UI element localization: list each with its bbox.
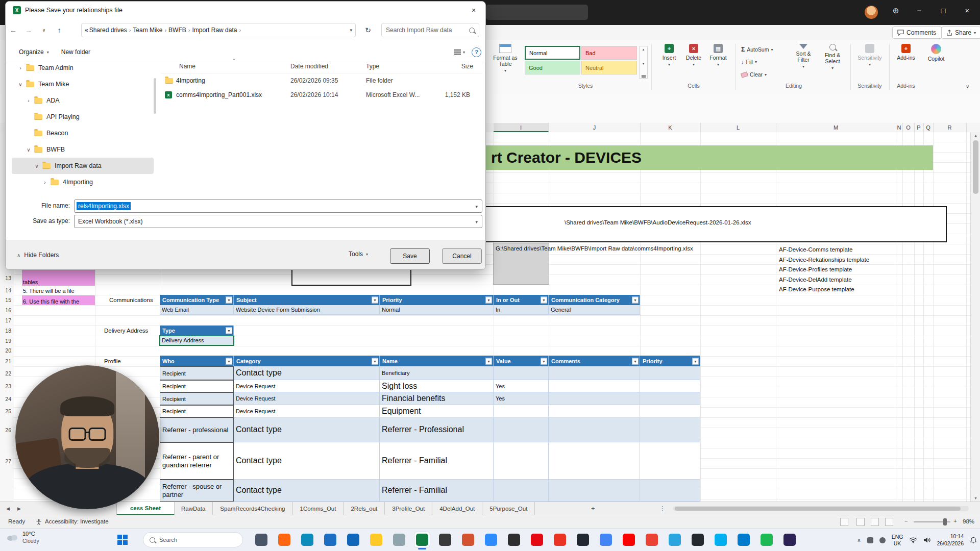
excel-search-box[interactable] (486, 5, 588, 20)
taskbar-app-icon[interactable] (391, 532, 407, 548)
collapse-ribbon-icon[interactable]: ∨ (966, 84, 969, 89)
sheet-tab-active[interactable]: cess Sheet (116, 502, 175, 515)
profile-cell[interactable]: Contact type (234, 480, 380, 502)
page-break-view-icon[interactable] (885, 518, 893, 526)
globe-icon[interactable]: ⊕ (888, 6, 903, 15)
profile-header-cell[interactable]: Name▼ (380, 356, 494, 366)
profile-cell[interactable]: Recipient (160, 405, 234, 417)
filter-icon[interactable]: ▼ (632, 358, 639, 364)
profile-cell[interactable]: Beneficiary (380, 366, 494, 380)
scrollbar-thumb[interactable] (973, 140, 978, 194)
profile-cell[interactable] (640, 417, 700, 442)
taskbar-app-icon[interactable] (621, 532, 637, 548)
taskbar-app-icon[interactable] (253, 532, 270, 548)
comms-header-cell[interactable]: Communication Category▼ (549, 295, 640, 305)
taskbar-app-icon[interactable] (322, 532, 338, 548)
sheet-tab[interactable]: 4DelAdd_Out (432, 502, 482, 515)
taskbar-app-icon[interactable] (437, 532, 453, 548)
taskbar-app-icon[interactable] (736, 532, 752, 548)
taskbar-app-icon[interactable] (460, 532, 476, 548)
bordered-cell[interactable] (291, 269, 411, 286)
filter-icon[interactable]: ▼ (226, 358, 232, 364)
organize-button[interactable]: Organize ▾ (13, 48, 55, 56)
profile-cell[interactable]: Equipment (380, 405, 494, 417)
taskbar-app-icon[interactable] (575, 532, 591, 548)
tree-item[interactable]: ∨ BWFB (12, 141, 154, 158)
profile-cell[interactable]: Contact type (234, 417, 380, 442)
account-avatar[interactable] (865, 6, 878, 19)
profile-cell[interactable]: Referrer - Familial (380, 442, 494, 480)
row-header[interactable]: 19 (5, 336, 11, 345)
tray-icon[interactable] (867, 537, 873, 543)
share-button[interactable]: Share ▾ (941, 27, 980, 39)
tray-icon[interactable] (879, 537, 886, 543)
profile-header-cell[interactable]: Who▼ (160, 356, 234, 366)
zoom-out-icon[interactable]: − (904, 518, 908, 524)
taskbar-search[interactable]: Search (143, 532, 243, 547)
profile-cell[interactable] (640, 380, 700, 392)
view-options-button[interactable]: ▾ (454, 50, 465, 55)
profile-cell[interactable] (549, 405, 640, 417)
comms-cell[interactable]: Website Device Form Submission (234, 305, 380, 315)
back-button[interactable]: ← (6, 26, 21, 34)
filter-icon[interactable]: ▼ (372, 358, 378, 364)
profile-cell[interactable] (494, 442, 549, 480)
dialog-titlebar[interactable]: Please Save your relationships file (6, 2, 485, 19)
row-header[interactable]: 27 (5, 442, 11, 480)
profile-cell[interactable] (549, 392, 640, 405)
weather-widget[interactable]: 10°C Cloudy (6, 531, 39, 544)
tree-item[interactable]: › Team Admin (12, 60, 154, 76)
column-size[interactable]: Size (427, 63, 473, 70)
up-button[interactable]: ↑ (52, 26, 67, 34)
dialog-close-button[interactable]: × (462, 2, 485, 19)
sheet-tab[interactable]: RawData (174, 502, 213, 515)
volume-icon[interactable] (923, 537, 930, 543)
profile-cell[interactable] (640, 405, 700, 417)
wifi-icon[interactable] (909, 537, 917, 543)
filter-icon[interactable]: ▼ (541, 358, 547, 364)
zoom-slider-thumb[interactable] (943, 518, 947, 525)
taskbar-app-icon[interactable] (414, 532, 430, 548)
column-header[interactable]: K (640, 123, 701, 132)
insert-button[interactable]: + Insert ▾ (657, 44, 681, 67)
horizontal-scrollbar[interactable] (673, 506, 969, 511)
profile-cell[interactable]: Financial benefits (380, 392, 494, 405)
profile-cell[interactable]: Recipient (160, 380, 234, 392)
profile-cell[interactable]: Referrer - Professional (380, 417, 494, 442)
filter-icon[interactable]: ▼ (485, 358, 492, 364)
taskbar-app-icon[interactable] (276, 532, 292, 548)
column-type[interactable]: Type (366, 63, 427, 70)
normal-view-icon[interactable] (856, 518, 865, 526)
format-button[interactable]: ▦ Format ▾ (706, 44, 730, 67)
breadcrumb-item[interactable]: Import Raw data› (192, 27, 243, 34)
comms-cell[interactable]: General (549, 305, 640, 315)
tree-chevron-icon[interactable]: › (41, 180, 48, 185)
profile-cell[interactable]: Contact type (234, 442, 380, 480)
taskbar-app-icon[interactable] (644, 532, 660, 548)
tree-item[interactable]: Beacon (12, 125, 154, 141)
row-header[interactable]: 18 (5, 325, 11, 336)
style-good[interactable]: Good (525, 61, 580, 74)
prev-sheet-icon[interactable]: ◀ (6, 502, 10, 515)
profile-cell[interactable]: Device Request (234, 405, 380, 417)
delete-button[interactable]: × Delete ▾ (682, 44, 705, 67)
taskbar-app-icon[interactable] (552, 532, 568, 548)
column-name[interactable]: Name (161, 63, 290, 70)
tree-item[interactable]: API Playing (12, 109, 154, 125)
sheet-tab[interactable]: 1Comms_Out (293, 502, 344, 515)
taskbar-app-icon[interactable] (758, 532, 775, 548)
profile-cell[interactable] (640, 392, 700, 405)
profile-cell[interactable]: Device Request (234, 392, 380, 405)
profile-header-cell[interactable]: Value▼ (494, 356, 549, 366)
find-select-button[interactable]: Find & Select ▾ (819, 44, 846, 70)
profile-cell[interactable]: Device Request (234, 380, 380, 392)
start-button[interactable] (117, 535, 128, 545)
column-header[interactable]: I (494, 123, 549, 132)
profile-cell[interactable] (494, 480, 549, 502)
new-sheet-button[interactable]: + (591, 502, 595, 515)
column-header[interactable]: R (933, 123, 967, 132)
file-row[interactable]: 4Importing 26/02/2026 09:35 File folder (161, 73, 482, 88)
taskbar-app-icon[interactable] (368, 532, 384, 548)
taskbar-app-icon[interactable] (483, 532, 499, 548)
styles-gallery-scroll[interactable]: ▴ ▾ (639, 46, 648, 79)
